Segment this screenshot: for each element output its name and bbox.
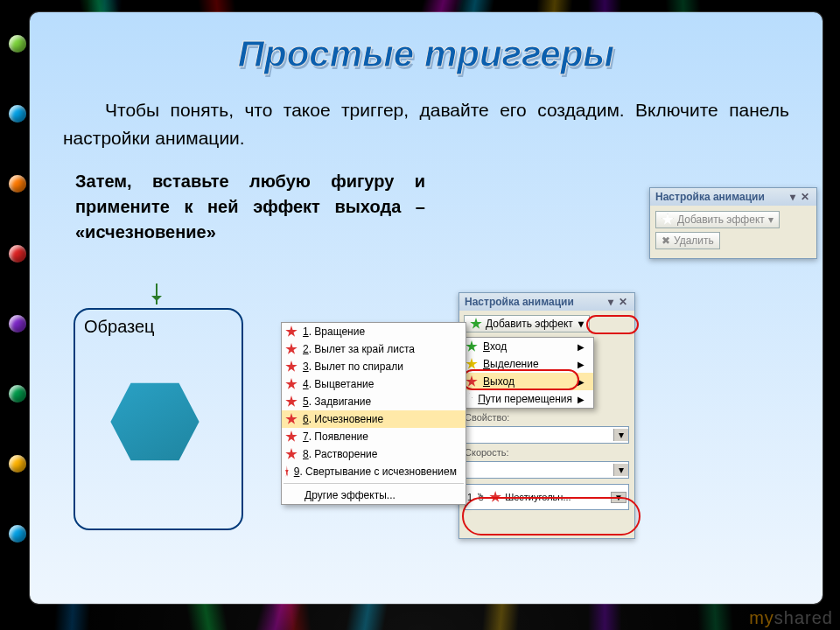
delete-button-disabled: ✖ Удалить — [655, 232, 720, 249]
star-icon — [662, 214, 674, 226]
effect-menu-item[interactable]: 7. Появление — [282, 428, 466, 445]
category-item[interactable]: Вход▶ — [462, 338, 593, 355]
category-item[interactable]: Выход▶ — [462, 373, 593, 390]
mouse-icon: 🖱 — [476, 492, 486, 502]
chevron-right-icon: ▶ — [578, 395, 584, 404]
panel-title: Настройка анимации ▾✕ — [459, 293, 634, 311]
star-icon — [285, 396, 298, 408]
slide-card: Простые триггеры Чтобы понять, что такое… — [30, 12, 822, 604]
side-dots — [9, 35, 26, 542]
dot-icon — [9, 105, 26, 122]
panel-mini-title-text: Настройка анимации — [655, 191, 765, 203]
add-effect-button[interactable]: Добавить эффект ▾ — [464, 315, 590, 332]
dot-icon — [9, 385, 26, 402]
animation-panel-mini: Настройка анимации ▾✕ Добавить эффект ▾ … — [649, 187, 817, 259]
watermark: myshared — [749, 608, 833, 628]
speed-label: Скорость: — [459, 445, 634, 459]
star-icon — [285, 378, 298, 390]
star-icon — [466, 393, 472, 405]
watermark-b: shared — [774, 608, 833, 627]
dropdown-icon[interactable]: ▾ — [787, 191, 799, 203]
arrow-down-icon — [156, 284, 158, 304]
effect-index: 1 — [467, 492, 472, 502]
star-icon — [285, 448, 298, 460]
dot-icon — [9, 245, 26, 262]
instruction-paragraph: Затем, вставьте любую фигуру и примените… — [75, 169, 425, 245]
dot-icon — [9, 525, 26, 542]
dot-icon — [9, 35, 26, 52]
star-icon — [466, 358, 478, 370]
page-title: Простые триггеры — [54, 33, 798, 75]
star-icon — [285, 326, 298, 338]
sample-label: Образец — [84, 317, 155, 337]
panel-mini-title: Настройка анимации ▾✕ — [650, 188, 816, 206]
dropdown-icon[interactable]: ▾ — [605, 296, 617, 308]
effect-menu-item[interactable]: 4. Выцветание — [282, 375, 466, 393]
animation-panel: Настройка анимации ▾✕ Добавить эффект ▾ … — [458, 292, 635, 539]
effect-list-menu: 1. Вращение2. Вылет за край листа3. Выле… — [281, 322, 466, 505]
star-icon — [285, 360, 298, 373]
star-icon — [470, 318, 482, 330]
chevron-right-icon: ▶ — [578, 360, 584, 369]
effect-menu-item[interactable]: 2. Вылет за край листа — [282, 340, 466, 358]
effect-menu-item[interactable]: 8. Растворение — [282, 445, 466, 463]
effect-menu-item[interactable]: 9. Свертывание с исчезновением — [282, 463, 466, 480]
chevron-right-icon: ▶ — [578, 377, 584, 387]
effect-menu-item[interactable]: 1. Вращение — [282, 323, 466, 340]
menu-separator — [284, 483, 464, 484]
star-icon — [466, 375, 478, 388]
star-icon — [466, 340, 478, 353]
star-icon — [285, 413, 298, 425]
dot-icon — [9, 315, 26, 332]
effect-menu-item[interactable]: 3. Вылет по спирали — [282, 358, 466, 375]
close-icon[interactable]: ✕ — [799, 191, 811, 203]
effect-menu-item[interactable]: 6. Исчезновение — [282, 410, 466, 428]
panel-title-text: Настройка анимации — [465, 296, 574, 308]
effect-category-menu: Вход▶Выделение▶Выход▶Пути перемещения▶ — [461, 337, 594, 409]
chevron-right-icon: ▶ — [578, 342, 584, 352]
dot-icon — [9, 175, 26, 192]
property-label: Свойство: — [459, 410, 634, 424]
speed-select[interactable]: ▾ — [465, 461, 629, 479]
dot-icon — [9, 455, 26, 472]
property-select[interactable]: ▾ — [465, 426, 629, 444]
star-icon — [489, 491, 501, 503]
category-item[interactable]: Выделение▶ — [462, 355, 593, 373]
watermark-a: my — [749, 608, 774, 627]
chevron-down-icon[interactable]: ▼ — [611, 492, 626, 503]
effect-item-text: Шестиугольн... — [505, 492, 570, 502]
more-effects-item[interactable]: Другие эффекты... — [282, 486, 466, 504]
effect-menu-item[interactable]: 5. Задвигание — [282, 393, 466, 410]
star-icon — [285, 466, 289, 478]
close-icon[interactable]: ✕ — [617, 296, 629, 308]
category-item[interactable]: Пути перемещения▶ — [462, 390, 593, 408]
add-effect-button-disabled: Добавить эффект ▾ — [655, 211, 780, 228]
star-icon — [285, 343, 298, 355]
intro-paragraph: Чтобы понять, что такое триггер, давайте… — [63, 96, 789, 151]
effect-list[interactable]: 1 🖱 Шестиугольн... ▼ — [465, 484, 629, 510]
star-icon — [285, 430, 298, 443]
